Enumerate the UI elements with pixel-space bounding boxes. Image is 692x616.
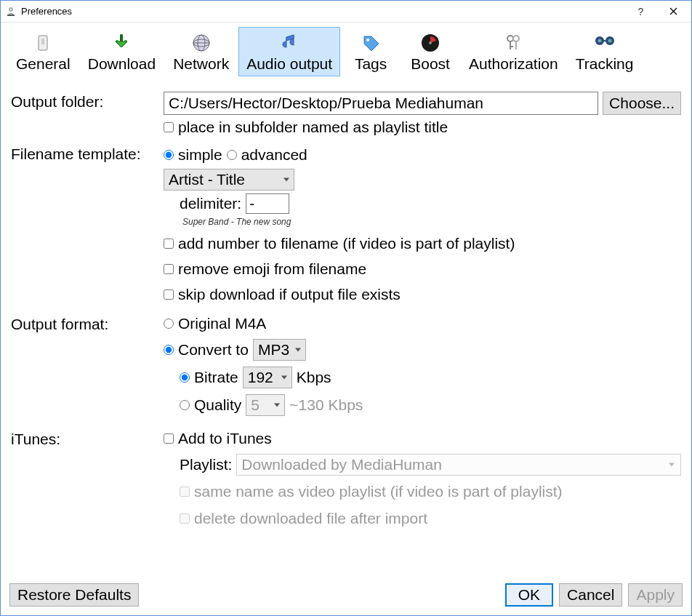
delete-after-checkbox: delete downloaded file after import [180, 510, 681, 527]
itunes-label: iTunes: [11, 428, 164, 448]
subfolder-checkbox-label: place in subfolder named as playlist tit… [178, 119, 448, 136]
apply-button[interactable]: Apply [628, 583, 683, 607]
skip-exists-checkbox[interactable]: skip download if output file exists [164, 286, 681, 303]
ok-button[interactable]: OK [505, 583, 553, 607]
tab-label: General [16, 55, 71, 73]
network-icon [189, 31, 214, 55]
help-button[interactable]: ? [624, 1, 657, 22]
tab-tags[interactable]: Tags [342, 27, 400, 76]
tags-icon [358, 31, 383, 55]
mode-simple-radio[interactable]: simple [164, 146, 222, 164]
tab-tracking[interactable]: Tracking [568, 27, 642, 76]
titlebar: Preferences ? [1, 1, 691, 23]
tab-network[interactable]: Network [165, 27, 237, 76]
filename-example: Super Band - The new song [182, 217, 681, 227]
svg-point-10 [366, 39, 369, 41]
footer: Restore Defaults OK Cancel Apply [1, 579, 691, 615]
tab-authorization[interactable]: Authorization [461, 27, 566, 76]
choose-button[interactable]: Choose... [603, 92, 681, 115]
same-name-checkbox: same name as video playlist (if video is… [180, 483, 681, 500]
tab-label: Tracking [576, 55, 634, 73]
chevron-down-icon [281, 376, 287, 380]
convert-radio[interactable]: Convert to [164, 341, 249, 359]
toolbar: General Download Network Audio output Ta… [1, 23, 691, 77]
svg-point-13 [507, 36, 513, 41]
delimiter-input[interactable] [246, 193, 289, 214]
tab-boost[interactable]: Boost [401, 27, 459, 76]
template-combo[interactable]: Artist - Title [164, 169, 294, 191]
cancel-button[interactable]: Cancel [559, 583, 622, 607]
svg-point-0 [9, 7, 12, 10]
output-folder-label: Output folder: [11, 90, 164, 111]
close-button[interactable] [657, 1, 690, 22]
audio-output-icon [277, 31, 302, 55]
subfolder-checkbox-input[interactable] [164, 122, 174, 132]
tab-label: Download [88, 55, 156, 73]
mode-advanced-radio[interactable]: advanced [227, 146, 307, 164]
tab-download[interactable]: Download [80, 27, 164, 76]
app-icon [5, 6, 17, 17]
general-icon [31, 31, 55, 55]
bitrate-radio[interactable]: Bitrate [180, 369, 238, 386]
tracking-icon [592, 31, 617, 55]
chevron-down-icon [669, 463, 675, 467]
convert-format-combo[interactable]: MP3 [253, 339, 306, 361]
filename-template-label: Filename template: [11, 143, 164, 163]
tab-label: Network [173, 55, 229, 73]
remove-emoji-checkbox[interactable]: remove emoji from filename [164, 260, 681, 278]
template-combo-value: Artist - Title [169, 171, 245, 188]
boost-icon [418, 31, 443, 55]
tab-audio-output[interactable]: Audio output [238, 27, 340, 76]
tab-general[interactable]: General [8, 27, 79, 76]
quality-hint: ~130 Kbps [289, 396, 363, 414]
svg-point-16 [513, 36, 519, 41]
chevron-down-icon [274, 404, 280, 407]
svg-rect-1 [7, 15, 15, 16]
tab-label: Audio output [246, 55, 332, 73]
playlist-label: Playlist: [180, 456, 232, 473]
add-number-checkbox[interactable]: add number to filename (if video is part… [164, 235, 681, 252]
svg-point-21 [608, 39, 611, 43]
tab-label: Boost [411, 55, 450, 73]
download-icon [109, 31, 134, 55]
quality-radio[interactable]: Quality [180, 396, 241, 414]
content-area: Output folder: Choose... place in subfol… [1, 77, 691, 579]
output-format-label: Output format: [11, 313, 164, 333]
delimiter-label: delimiter: [180, 195, 241, 212]
tab-label: Tags [355, 55, 387, 73]
quality-combo[interactable]: 5 [246, 394, 285, 416]
authorization-icon [501, 31, 526, 55]
restore-defaults-button[interactable]: Restore Defaults [9, 583, 139, 607]
original-radio[interactable]: Original M4A [164, 315, 681, 332]
bitrate-combo[interactable]: 192 [243, 367, 292, 388]
svg-rect-5 [41, 39, 44, 44]
tab-label: Authorization [469, 55, 558, 73]
svg-point-12 [429, 41, 432, 44]
chevron-down-icon [295, 348, 301, 352]
output-folder-input[interactable] [164, 92, 598, 115]
window-title: Preferences [21, 6, 624, 17]
playlist-combo[interactable]: Downloaded by MediaHuman [236, 454, 681, 476]
subfolder-checkbox[interactable]: place in subfolder named as playlist tit… [164, 119, 681, 136]
chevron-down-icon [283, 178, 289, 182]
svg-point-20 [598, 39, 601, 43]
bitrate-unit: Kbps [297, 369, 331, 386]
add-itunes-checkbox[interactable]: Add to iTunes [164, 430, 681, 447]
